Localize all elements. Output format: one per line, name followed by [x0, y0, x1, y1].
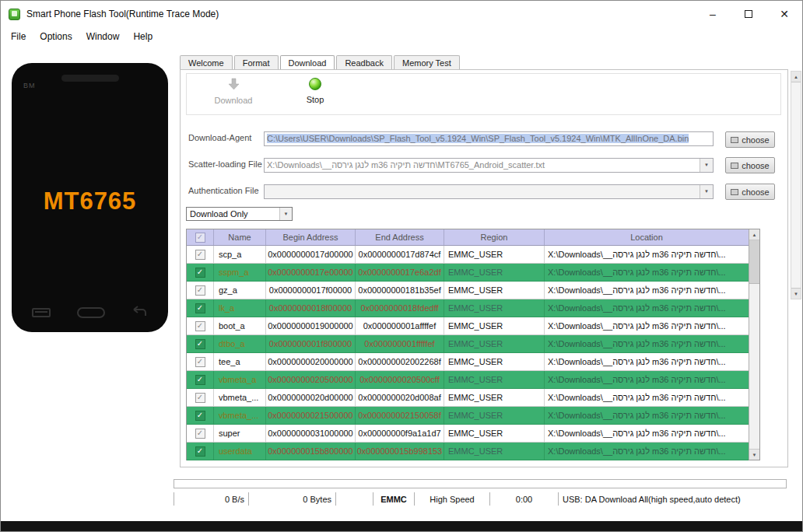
scroll-down-icon[interactable]: ▼ [749, 449, 759, 460]
cell-name: super [214, 425, 266, 442]
cell-location: X:\Downloads\__לנגן גירסה m36 חדשה תיקיה… [545, 371, 749, 388]
menu-item[interactable]: Options [33, 29, 79, 44]
cell-region: EMMC_USER [444, 443, 545, 460]
scroll-up-icon[interactable]: ▲ [749, 229, 759, 240]
scatter-file-field[interactable]: X:\Downloads\__לנגן גירסה m36 חדשה תיקיה… [264, 158, 714, 173]
row-checkbox[interactable]: ✓ [195, 303, 205, 313]
row-checkbox[interactable]: ✓ [195, 393, 205, 403]
cell-end-address: 0x0000000020d008af [356, 389, 444, 406]
row-checkbox[interactable]: ✓ [195, 429, 205, 439]
check-icon: ✓ [197, 429, 203, 437]
scroll-up-icon[interactable]: ▲ [791, 72, 801, 82]
row-checkbox-cell: ✓ [187, 299, 214, 317]
table-row[interactable]: ✓ scp_a 0x0000000017d00000 0x0000000017d… [187, 246, 749, 264]
close-button[interactable]: ✕ [766, 1, 802, 27]
cell-end-address: 0x000000001fffffef [356, 335, 444, 352]
row-checkbox[interactable]: ✓ [195, 250, 205, 260]
cell-end-address: 0x0000000020500cff [356, 371, 444, 388]
menu-item[interactable]: Help [126, 29, 160, 44]
cell-end-address: 0x000000002150058f [356, 407, 444, 424]
tab[interactable]: Readback [336, 55, 392, 70]
table-row[interactable]: ✓ vbmeta_a 0x0000000020500000 0x00000000… [187, 371, 749, 389]
cell-name: vbmeta_... [214, 389, 266, 406]
cell-end-address: 0x0000000017d874cf [356, 246, 444, 263]
minimize-button[interactable]: – [695, 1, 731, 27]
browse-file-icon [731, 189, 738, 195]
col-location[interactable]: Location [545, 229, 749, 245]
check-icon: ✓ [197, 268, 203, 276]
cell-begin-address: 0x0000000017e00000 [266, 264, 356, 281]
check-icon: ✓ [197, 304, 203, 312]
mode-select[interactable]: Download Only ▼ [186, 207, 293, 221]
cell-begin-address: 0x000000015b800000 [266, 443, 356, 460]
row-checkbox[interactable]: ✓ [195, 339, 205, 349]
table-row[interactable]: ✓ lk_a 0x0000000018f00000 0x0000000018fd… [187, 299, 749, 317]
bottom-strip [1, 521, 802, 531]
stop-tool-button[interactable]: Stop [292, 78, 338, 104]
cell-location: X:\Downloads\__לנגן גירסה m36 חדשה תיקיה… [545, 425, 749, 442]
chevron-down-icon[interactable]: ▼ [700, 185, 713, 198]
table-scrollbar[interactable]: ▲ ▼ [749, 229, 759, 460]
maximize-button[interactable] [731, 1, 766, 27]
auth-file-label: Authentication File [188, 186, 259, 195]
menu-item[interactable]: Window [79, 29, 127, 44]
cell-location: X:\Downloads\__לנגן גירסה m36 חדשה תיקיה… [545, 299, 749, 317]
col-name[interactable]: Name [214, 229, 266, 245]
cell-region: EMMC_USER [444, 353, 545, 370]
row-checkbox[interactable]: ✓ [195, 357, 205, 367]
check-icon: ✓ [197, 286, 203, 294]
stop-icon [309, 78, 321, 90]
row-checkbox[interactable]: ✓ [195, 268, 205, 278]
auth-file-field[interactable]: ▼ [264, 184, 714, 199]
table-row[interactable]: ✓ super 0x0000000031000000 0x00000000f9a… [187, 425, 749, 443]
col-region[interactable]: Region [444, 229, 545, 245]
status-usb: USB: DA Download All(high speed,auto det… [559, 492, 787, 506]
cell-end-address: 0x00000000f9a1a1d7 [356, 425, 444, 442]
row-checkbox-cell: ✓ [187, 246, 214, 263]
mode-select-value: Download Only [190, 209, 248, 219]
col-end-address[interactable]: End Address [356, 229, 444, 245]
row-checkbox-cell: ✓ [187, 282, 214, 299]
scroll-thumb[interactable] [749, 240, 759, 284]
cell-name: sspm_a [214, 264, 266, 281]
download-tool-button[interactable]: Download [198, 78, 268, 105]
cell-location: X:\Downloads\__לנגן גירסה m36 חדשה תיקיה… [545, 246, 749, 263]
cell-end-address: 0x0000000017e6a2df [356, 264, 444, 281]
table-row[interactable]: ✓ dtbo_a 0x000000001f800000 0x000000001f… [187, 335, 749, 353]
table-row[interactable]: ✓ vbmeta_... 0x0000000020d00000 0x000000… [187, 389, 749, 407]
table-row[interactable]: ✓ vbmeta_... 0x0000000021500000 0x000000… [187, 407, 749, 425]
scroll-down-icon[interactable]: ▼ [791, 288, 801, 299]
chevron-down-icon[interactable]: ▼ [279, 208, 292, 220]
row-checkbox[interactable]: ✓ [195, 446, 205, 457]
menu-item[interactable]: File [4, 29, 33, 44]
tab[interactable]: Format [234, 55, 279, 70]
cell-name: dtbo_a [214, 335, 266, 352]
row-checkbox[interactable]: ✓ [195, 411, 205, 421]
check-icon: ✓ [197, 376, 203, 383]
cell-begin-address: 0x0000000017f00000 [266, 282, 356, 299]
table-row[interactable]: ✓ tee_a 0x0000000020000000 0x00000000200… [187, 353, 749, 371]
row-checkbox[interactable]: ✓ [195, 375, 205, 385]
table-row[interactable]: ✓ userdata 0x000000015b800000 0x00000001… [187, 443, 749, 460]
table-row[interactable]: ✓ sspm_a 0x0000000017e00000 0x0000000017… [187, 264, 749, 282]
tab[interactable]: Welcome [180, 55, 233, 70]
panel-scrollbar[interactable]: ▲ ▼ [791, 71, 801, 299]
chevron-down-icon[interactable]: ▼ [700, 159, 713, 172]
tab[interactable]: Download [280, 55, 335, 71]
window-controls: – ✕ [695, 1, 802, 27]
row-checkbox-cell: ✓ [187, 407, 214, 424]
col-begin-address[interactable]: Begin Address [266, 229, 356, 245]
table-row[interactable]: ✓ boot_a 0x0000000019000000 0x000000001a… [187, 317, 749, 335]
download-agent-choose-button[interactable]: choose [725, 131, 775, 148]
cell-end-address: 0x000000002002268f [356, 353, 444, 370]
select-all-checkbox[interactable]: ✓ [195, 233, 205, 243]
auth-choose-button[interactable]: choose [725, 184, 775, 200]
row-checkbox[interactable]: ✓ [195, 321, 205, 331]
table-row[interactable]: ✓ gz_a 0x0000000017f00000 0x00000000181b… [187, 282, 749, 299]
download-agent-field[interactable]: C:\Users\USER\Downloads\SP_Flash_Tool_v5… [264, 131, 714, 146]
row-checkbox[interactable]: ✓ [195, 285, 205, 296]
scatter-choose-button[interactable]: choose [725, 157, 775, 173]
tab[interactable]: Memory Test [394, 55, 460, 70]
cell-begin-address: 0x0000000019000000 [266, 317, 356, 334]
status-elapsed: 0:00 [490, 492, 559, 506]
